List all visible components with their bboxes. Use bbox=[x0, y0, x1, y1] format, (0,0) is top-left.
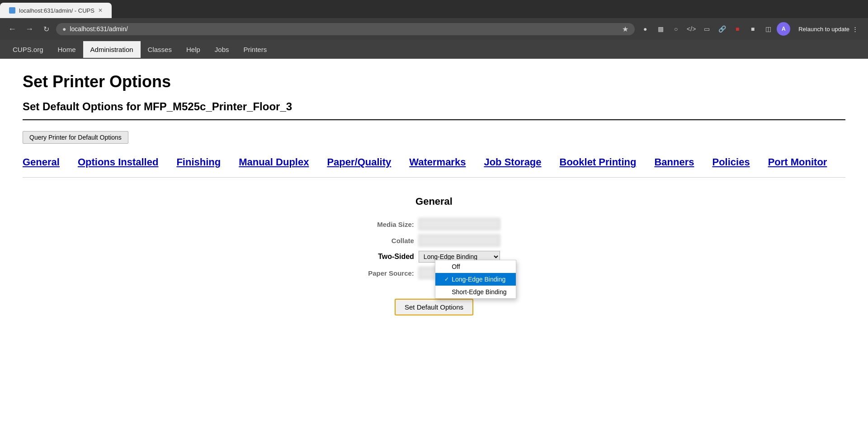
nav-home[interactable]: Home bbox=[51, 41, 83, 58]
collate-row: Collate bbox=[368, 235, 500, 246]
long-edge-check-icon: ✓ bbox=[443, 276, 449, 282]
puzzle-icon[interactable]: ■ bbox=[746, 22, 760, 36]
dropdown-long-edge-label: Long-Edge Binding bbox=[452, 276, 505, 283]
page-title: Set Printer Options bbox=[23, 72, 845, 91]
url-input[interactable] bbox=[70, 25, 618, 33]
nav-jobs[interactable]: Jobs bbox=[208, 41, 236, 58]
short-edge-check-icon bbox=[443, 289, 449, 295]
tab-favicon bbox=[9, 7, 15, 14]
browser-chrome: localhost:631/admin/ - CUPS ✕ ← → ↻ ● ★ … bbox=[0, 0, 868, 40]
nav-classes[interactable]: Classes bbox=[141, 41, 179, 58]
collate-label: Collate bbox=[392, 237, 414, 244]
dropdown-off-label: Off bbox=[452, 263, 460, 270]
nav-help[interactable]: Help bbox=[179, 41, 208, 58]
media-size-row: Media Size: US Letter bbox=[368, 218, 500, 230]
screenshot-icon[interactable]: ● bbox=[638, 22, 652, 36]
reload-button[interactable]: ↻ bbox=[40, 23, 52, 35]
profile-icon[interactable]: A bbox=[777, 22, 790, 36]
dropdown-short-edge-label: Short-Edge Binding bbox=[452, 288, 506, 296]
nav-administration[interactable]: Administration bbox=[83, 41, 141, 58]
two-sided-label: Two-Sided bbox=[378, 253, 414, 261]
dropdown-item-short-edge[interactable]: Short-Edge Binding bbox=[435, 286, 516, 298]
form-fields: Media Size: US Letter Collate Two-Sided … bbox=[368, 218, 500, 315]
window-icon[interactable]: ▭ bbox=[700, 22, 713, 36]
sidebar-icon[interactable]: ◫ bbox=[761, 22, 775, 36]
two-sided-dropdown[interactable]: Off ✓ Long-Edge Binding Short-Edge Bindi… bbox=[435, 260, 516, 299]
nav-printers[interactable]: Printers bbox=[236, 41, 274, 58]
tab-title: localhost:631/admin/ - CUPS bbox=[19, 7, 94, 14]
set-default-options-button[interactable]: Set Default Options bbox=[395, 299, 473, 315]
main-content: Set Printer Options Set Default Options … bbox=[0, 59, 868, 437]
media-size-select[interactable]: US Letter bbox=[419, 218, 500, 230]
general-section: General Media Size: US Letter Collate Tw… bbox=[23, 196, 845, 315]
acrobat-icon[interactable]: ■ bbox=[731, 22, 744, 36]
cups-navigation: CUPS.org Home Administration Classes Hel… bbox=[0, 40, 868, 59]
section-link-policies[interactable]: Policies bbox=[712, 156, 750, 168]
section-link-booklet-printing[interactable]: Booklet Printing bbox=[560, 156, 637, 168]
back-button[interactable]: ← bbox=[5, 22, 19, 36]
code-icon[interactable]: </> bbox=[684, 22, 698, 36]
bookmark-icon[interactable]: ★ bbox=[622, 25, 628, 33]
dropdown-item-long-edge[interactable]: ✓ Long-Edge Binding bbox=[435, 273, 516, 286]
security-icon: ● bbox=[62, 25, 66, 33]
section-link-paper-quality[interactable]: Paper/Quality bbox=[327, 156, 391, 168]
nav-cups-org[interactable]: CUPS.org bbox=[5, 41, 51, 58]
relaunch-menu-icon: ⋮ bbox=[852, 26, 858, 33]
collate-select[interactable] bbox=[419, 235, 500, 246]
section-link-watermarks[interactable]: Watermarks bbox=[409, 156, 466, 168]
tab-bar: localhost:631/admin/ - CUPS ✕ bbox=[0, 0, 868, 18]
dropdown-item-off[interactable]: Off bbox=[435, 260, 516, 273]
toolbar-icons: ● ▩ ○ </> ▭ 🔗 ■ ■ ◫ A bbox=[638, 22, 790, 36]
paper-source-label: Paper Source: bbox=[368, 269, 414, 277]
circle-icon[interactable]: ○ bbox=[669, 22, 683, 36]
active-tab[interactable]: localhost:631/admin/ - CUPS ✕ bbox=[0, 3, 112, 18]
off-check-icon bbox=[443, 263, 449, 270]
two-sided-row: Two-Sided Long-Edge Binding Off ✓ Long-E… bbox=[368, 251, 500, 263]
section-link-job-storage[interactable]: Job Storage bbox=[484, 156, 541, 168]
address-bar-row: ← → ↻ ● ★ ● ▩ ○ </> ▭ 🔗 ■ ■ ◫ A Relaunch… bbox=[0, 18, 868, 40]
printer-subtitle: Set Default Options for MFP_M525c_Printe… bbox=[23, 100, 845, 120]
stats-icon[interactable]: ▩ bbox=[654, 22, 667, 36]
relaunch-button[interactable]: Relaunch to update ⋮ bbox=[794, 24, 863, 34]
section-link-banners[interactable]: Banners bbox=[654, 156, 694, 168]
section-link-port-monitor[interactable]: Port Monitor bbox=[768, 156, 827, 168]
media-size-label: Media Size: bbox=[377, 221, 414, 228]
tab-close-button[interactable]: ✕ bbox=[98, 7, 103, 14]
general-heading: General bbox=[23, 196, 845, 207]
query-printer-button[interactable]: Query Printer for Default Options bbox=[23, 131, 128, 144]
relaunch-label: Relaunch to update bbox=[798, 26, 849, 33]
section-link-general[interactable]: General bbox=[23, 156, 60, 168]
forward-button[interactable]: → bbox=[23, 22, 36, 36]
section-link-finishing[interactable]: Finishing bbox=[176, 156, 221, 168]
section-link-options-installed[interactable]: Options Installed bbox=[78, 156, 158, 168]
address-bar[interactable]: ● ★ bbox=[56, 23, 635, 35]
link-icon[interactable]: 🔗 bbox=[715, 22, 729, 36]
section-link-manual-duplex[interactable]: Manual Duplex bbox=[239, 156, 309, 168]
section-links: General Options Installed Finishing Manu… bbox=[23, 156, 845, 178]
